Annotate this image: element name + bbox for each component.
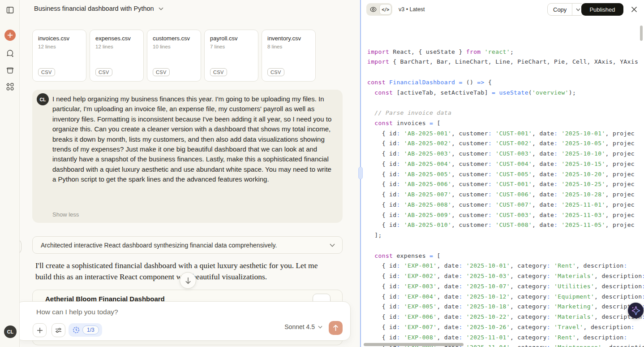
preview-view-button[interactable] [367,4,379,15]
code-icon: </> [382,7,389,12]
file-meta: 12 lines [38,44,56,49]
user-account-avatar[interactable]: CL [4,325,17,338]
chevron-down-icon [159,7,163,10]
new-chat-button[interactable] [4,30,16,41]
published-button[interactable]: Published [581,3,623,16]
attach-button[interactable] [33,323,47,337]
version-label[interactable]: v3 • Latest [399,0,425,19]
chats-nav-button[interactable] [5,49,14,58]
file-type-badge: CSV [210,68,227,76]
sidebar: CL [0,0,20,347]
file-card-expenses[interactable]: expenses.csv 12 lines CSV [90,30,144,82]
arrow-down-icon [185,277,191,284]
usage-count-badge: 1/3 [82,325,99,334]
copy-button-group: Copy [547,3,584,16]
chevron-down-icon [576,8,580,11]
file-meta: 10 lines [153,44,171,49]
projects-nav-button[interactable] [5,65,14,74]
file-meta: 12 lines [95,44,113,49]
model-name: Sonnet 4.5 [284,323,315,330]
model-selector[interactable]: Sonnet 4.5 [284,323,322,330]
chat-bubbles-icon [6,49,14,58]
file-card-customers[interactable]: customers.csv 10 lines CSV [147,30,201,82]
copy-button[interactable]: Copy [548,4,572,15]
chevron-down-icon [318,325,322,329]
plus-icon [37,327,43,334]
file-card-invoices[interactable]: invoices.csv 12 lines CSV [32,30,86,82]
box-icon [6,66,14,74]
arrow-up-icon [333,325,339,331]
file-name: payroll.csv [210,35,237,42]
conversation-title: Business financial dashboard with Python [34,5,154,12]
chevron-down-icon [330,243,335,247]
conversation-title-menu[interactable]: Business financial dashboard with Python [34,5,163,12]
shapes-grid-icon [6,82,14,91]
sliders-icon [55,327,62,333]
assistant-sparkle-button[interactable] [628,303,644,318]
sidebar-toggle-button[interactable] [5,5,14,14]
user-message-text: I need help organizing my business finan… [52,94,335,185]
chat-column: Business financial dashboard with Python… [20,0,361,347]
close-icon [631,6,637,13]
file-card-payroll[interactable]: payroll.csv 7 lines CSV [204,30,258,82]
thinking-summary-text: Architected interactive React dashboard … [41,242,330,249]
file-type-badge: CSV [267,68,284,76]
code-content: import React, { useState } from 'react';… [367,47,644,347]
scroll-to-bottom-button[interactable] [180,272,196,289]
panel-resize-handle[interactable] [358,167,363,179]
code-view-button[interactable]: </> [379,4,391,15]
sidebar-panel-icon [6,6,14,14]
file-name: customers.csv [153,35,190,42]
artifact-panel: </> v3 • Latest Copy Published import Re… [361,0,644,347]
artifact-header: </> v3 • Latest Copy Published [361,0,644,19]
vertical-scrollbar-thumb[interactable] [640,26,643,41]
usage-limit-indicator[interactable]: 1/3 [69,323,102,337]
horizontal-scrollbar-thumb[interactable] [364,343,464,346]
message-composer: How can I help you today? 1/3 Sonnet 4.5 [16,301,351,341]
file-name: expenses.csv [95,35,131,42]
file-type-badge: CSV [153,68,170,76]
show-less-link[interactable]: Show less [52,211,79,218]
close-artifact-button[interactable] [630,5,639,14]
code-editor[interactable]: import React, { useState } from 'react';… [361,19,644,347]
file-type-badge: CSV [95,68,112,76]
file-name: invoices.csv [38,35,69,42]
tools-button[interactable] [52,323,65,337]
file-card-inventory[interactable]: inventory.csv 8 lines CSV [262,30,316,82]
user-message-bubble: CL I need help organizing my business fi… [32,90,343,223]
file-meta: 7 lines [210,44,225,49]
file-type-badge: CSV [38,68,55,76]
thinking-summary-toggle[interactable]: Architected interactive React dashboard … [32,236,343,254]
send-button[interactable] [329,321,343,335]
file-name: inventory.csv [267,35,301,42]
sparkle-icon [631,305,641,316]
eye-icon [370,7,377,12]
clock-icon [73,326,80,334]
plus-icon [7,32,13,38]
view-mode-toggle: </> [366,3,392,16]
composer-input[interactable]: How can I help you today? [36,308,118,316]
user-message-avatar: CL [37,93,49,105]
apps-nav-button[interactable] [5,82,14,91]
file-meta: 8 lines [267,44,282,49]
